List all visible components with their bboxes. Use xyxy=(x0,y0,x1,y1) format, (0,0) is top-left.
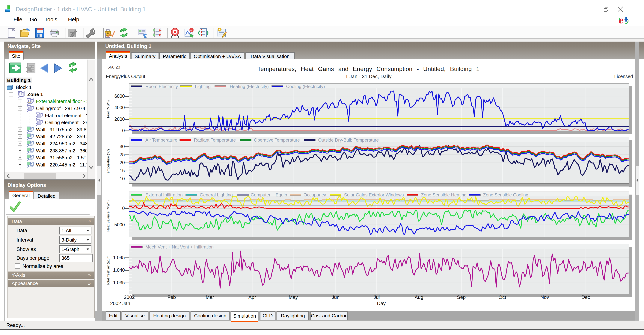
svg-text:e: e xyxy=(190,28,192,32)
svg-text:e: e xyxy=(619,16,624,25)
